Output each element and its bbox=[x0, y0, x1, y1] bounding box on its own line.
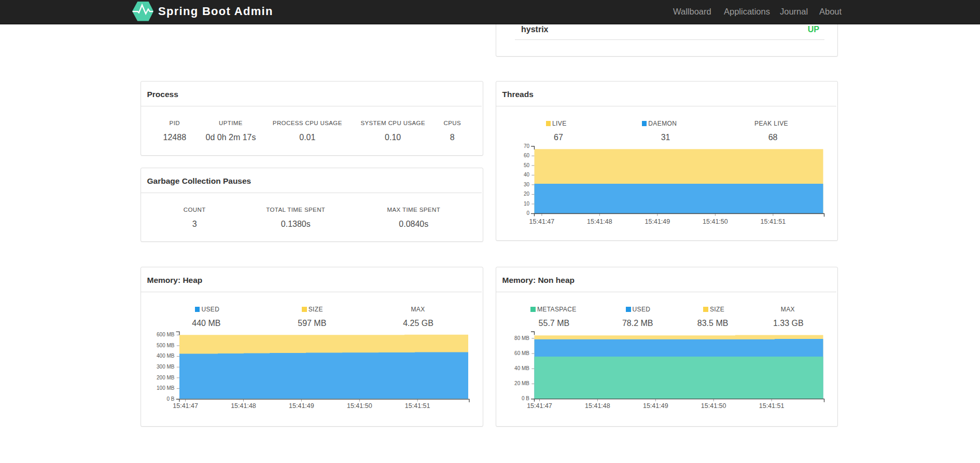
svg-text:15:41:48: 15:41:48 bbox=[585, 402, 610, 410]
svg-text:15:41:51: 15:41:51 bbox=[759, 402, 785, 410]
svg-text:20 MB: 20 MB bbox=[514, 380, 529, 386]
svg-text:15:41:50: 15:41:50 bbox=[703, 218, 728, 225]
svg-text:15:41:48: 15:41:48 bbox=[231, 402, 256, 410]
svg-text:500 MB: 500 MB bbox=[157, 343, 175, 348]
svg-text:15:41:49: 15:41:49 bbox=[289, 402, 314, 410]
svg-text:40: 40 bbox=[524, 172, 530, 178]
svg-text:0: 0 bbox=[526, 210, 529, 216]
svg-text:10: 10 bbox=[524, 201, 530, 207]
svg-text:600 MB: 600 MB bbox=[157, 332, 175, 337]
svg-text:30: 30 bbox=[524, 182, 530, 187]
svg-text:15:41:49: 15:41:49 bbox=[643, 402, 668, 410]
svg-text:70: 70 bbox=[524, 143, 530, 149]
svg-text:80 MB: 80 MB bbox=[514, 335, 529, 341]
svg-text:15:41:51: 15:41:51 bbox=[761, 218, 786, 225]
svg-text:60: 60 bbox=[524, 153, 530, 158]
svg-text:15:41:50: 15:41:50 bbox=[347, 402, 372, 410]
svg-text:15:41:49: 15:41:49 bbox=[645, 218, 670, 225]
svg-text:15:41:51: 15:41:51 bbox=[405, 402, 430, 410]
svg-text:50: 50 bbox=[524, 162, 530, 168]
svg-text:15:41:47: 15:41:47 bbox=[527, 402, 552, 410]
svg-text:0 B: 0 B bbox=[522, 396, 529, 401]
svg-text:0 B: 0 B bbox=[166, 396, 174, 402]
svg-text:15:41:47: 15:41:47 bbox=[529, 218, 555, 225]
svg-text:300 MB: 300 MB bbox=[157, 364, 175, 370]
svg-text:20: 20 bbox=[524, 191, 530, 197]
svg-text:60 MB: 60 MB bbox=[514, 350, 529, 356]
svg-text:100 MB: 100 MB bbox=[157, 385, 175, 391]
svg-text:15:41:48: 15:41:48 bbox=[587, 218, 612, 225]
svg-text:15:41:50: 15:41:50 bbox=[701, 402, 726, 410]
svg-text:40 MB: 40 MB bbox=[514, 365, 529, 371]
svg-text:15:41:47: 15:41:47 bbox=[173, 402, 198, 410]
svg-text:200 MB: 200 MB bbox=[157, 375, 175, 380]
svg-text:400 MB: 400 MB bbox=[157, 353, 175, 359]
